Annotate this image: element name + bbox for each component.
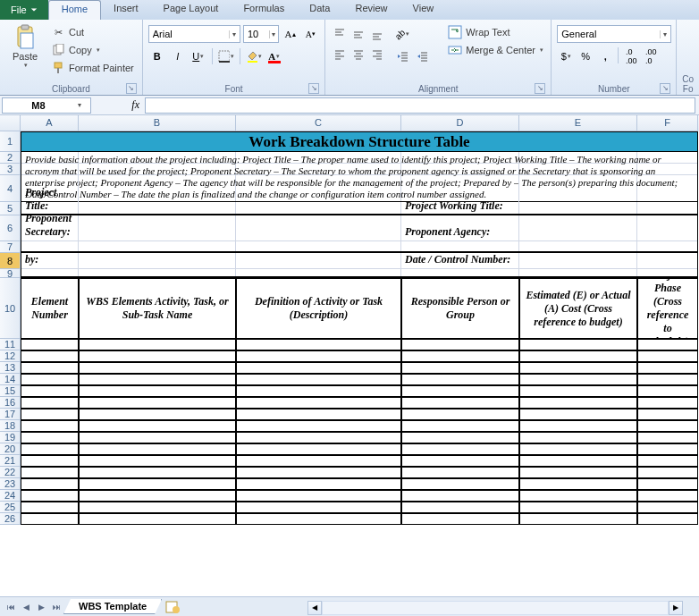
row-header[interactable]: 12 xyxy=(0,350,21,362)
cell[interactable] xyxy=(236,350,401,362)
cell[interactable] xyxy=(519,502,637,513)
cell[interactable] xyxy=(236,455,401,467)
cell[interactable] xyxy=(519,362,637,374)
cell[interactable] xyxy=(236,409,401,420)
cell[interactable] xyxy=(401,409,519,420)
cell[interactable] xyxy=(401,432,519,443)
cell[interactable] xyxy=(401,397,519,409)
row-header[interactable]: 24 xyxy=(0,490,21,502)
dialog-launcher-icon[interactable]: ↘ xyxy=(308,83,319,94)
name-box-input[interactable] xyxy=(3,100,74,111)
dialog-launcher-icon[interactable]: ↘ xyxy=(535,83,545,94)
cell[interactable] xyxy=(79,443,236,455)
chevron-down-icon[interactable]: ▾ xyxy=(229,30,240,38)
cell[interactable] xyxy=(21,202,698,215)
tab-formulas[interactable]: Formulas xyxy=(231,0,297,20)
cell[interactable] xyxy=(637,374,698,385)
merge-center-button[interactable]: Merge & Center ▾ xyxy=(445,42,546,58)
row-header[interactable]: 26 xyxy=(0,513,21,525)
cell[interactable] xyxy=(236,443,401,455)
row-header[interactable]: 23 xyxy=(0,478,21,490)
cell[interactable] xyxy=(519,215,637,241)
cell[interactable] xyxy=(401,385,519,397)
cell[interactable] xyxy=(21,467,79,478)
cell[interactable] xyxy=(79,420,236,432)
cell[interactable] xyxy=(79,385,236,397)
cell[interactable] xyxy=(519,350,637,362)
cell[interactable] xyxy=(21,241,79,253)
cell[interactable] xyxy=(21,443,79,455)
cell[interactable]: Prepared by: xyxy=(21,253,79,269)
cell[interactable] xyxy=(637,253,698,269)
cell[interactable]: Project Phase (Cross reference to schedu… xyxy=(637,278,698,339)
paste-button[interactable]: Paste ▾ xyxy=(5,22,45,83)
format-painter-button[interactable]: Format Painter xyxy=(48,60,137,76)
col-header[interactable]: B xyxy=(79,115,236,131)
cell[interactable] xyxy=(519,409,637,420)
row-header[interactable]: 11 xyxy=(0,339,21,350)
cell[interactable] xyxy=(79,513,236,525)
cell[interactable] xyxy=(79,339,236,350)
col-header[interactable]: D xyxy=(401,115,519,131)
cell[interactable] xyxy=(236,397,401,409)
tab-view[interactable]: View xyxy=(400,0,447,20)
orientation-button[interactable]: ab▾ xyxy=(393,25,411,43)
cell[interactable] xyxy=(236,432,401,443)
cell[interactable] xyxy=(637,432,698,443)
decrease-indent-button[interactable] xyxy=(393,47,411,65)
cell[interactable] xyxy=(21,490,79,502)
cell[interactable] xyxy=(236,502,401,513)
cell[interactable] xyxy=(637,269,698,278)
cell[interactable] xyxy=(637,490,698,502)
cell[interactable] xyxy=(401,478,519,490)
scroll-track[interactable] xyxy=(322,601,669,615)
cell[interactable]: Responsible Person or Group xyxy=(401,278,519,339)
increase-indent-button[interactable] xyxy=(413,47,431,65)
col-header[interactable]: C xyxy=(236,115,401,131)
percent-button[interactable]: % xyxy=(577,47,594,65)
cell[interactable] xyxy=(236,241,401,253)
tab-home[interactable]: Home xyxy=(48,0,101,20)
cell[interactable] xyxy=(79,409,236,420)
row-header[interactable]: 18 xyxy=(0,420,21,432)
align-right-button[interactable] xyxy=(368,46,386,63)
wrap-text-button[interactable]: Wrap Text xyxy=(445,24,546,40)
tab-page-layout[interactable]: Page Layout xyxy=(151,0,232,20)
cell[interactable] xyxy=(236,374,401,385)
cell[interactable] xyxy=(519,455,637,467)
horizontal-scrollbar[interactable]: ◀ ▶ xyxy=(307,600,683,616)
cell[interactable]: Work Breakdown Structure Table xyxy=(21,131,698,152)
cell[interactable] xyxy=(236,478,401,490)
cell[interactable] xyxy=(79,467,236,478)
align-middle-button[interactable] xyxy=(350,25,367,43)
cell[interactable] xyxy=(401,420,519,432)
font-name-combo[interactable]: ▾ xyxy=(148,25,240,43)
cell[interactable] xyxy=(519,397,637,409)
cell[interactable] xyxy=(236,269,401,278)
align-bottom-button[interactable] xyxy=(368,25,386,43)
cell[interactable] xyxy=(637,362,698,374)
cell[interactable] xyxy=(21,513,79,525)
cell[interactable] xyxy=(79,502,236,513)
align-top-button[interactable] xyxy=(331,25,349,43)
cell[interactable] xyxy=(79,432,236,443)
font-size-combo[interactable]: ▾ xyxy=(243,25,279,43)
cell[interactable] xyxy=(21,350,79,362)
cell[interactable] xyxy=(236,385,401,397)
cell[interactable] xyxy=(519,374,637,385)
row-header[interactable]: 10 xyxy=(0,278,21,339)
cell[interactable] xyxy=(21,432,79,443)
chevron-down-icon[interactable]: ▾ xyxy=(269,30,278,38)
cells-area[interactable]: Work Breakdown Structure TableProvide ba… xyxy=(21,131,698,525)
align-center-button[interactable] xyxy=(350,46,367,63)
name-box[interactable]: ▾ xyxy=(2,97,91,114)
border-button[interactable]: ▾ xyxy=(217,47,235,65)
cell[interactable] xyxy=(79,455,236,467)
row-header[interactable]: 20 xyxy=(0,443,21,455)
increase-decimal-button[interactable]: .0.00 xyxy=(622,47,640,65)
cell[interactable] xyxy=(401,502,519,513)
cell[interactable] xyxy=(401,350,519,362)
cell[interactable] xyxy=(79,241,236,253)
cell[interactable] xyxy=(401,269,519,278)
cell[interactable] xyxy=(637,409,698,420)
